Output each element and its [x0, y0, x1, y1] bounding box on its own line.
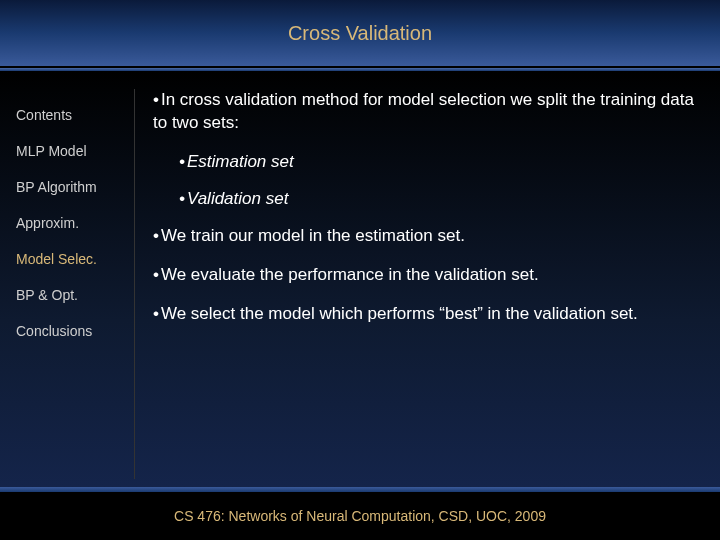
sidebar-item-bp-algorithm[interactable]: BP Algorithm [6, 179, 134, 195]
bullet-3: •We evaluate the performance in the vali… [153, 264, 708, 287]
sidebar-item-conclusions[interactable]: Conclusions [6, 323, 134, 339]
main-content: •In cross validation method for model se… [134, 89, 708, 479]
slide-title: Cross Validation [288, 22, 432, 45]
bullet-4-text: We select the model which performs “best… [161, 304, 638, 323]
bullet-1: •In cross validation method for model se… [153, 89, 708, 135]
content: Contents MLP Model BP Algorithm Approxim… [0, 71, 720, 487]
bullet-2-text: We train our model in the estimation set… [161, 226, 465, 245]
bullet-2: •We train our model in the estimation se… [153, 225, 708, 248]
bullet-dot-icon: • [153, 304, 159, 323]
bullet-dot-icon: • [153, 226, 159, 245]
sidebar-item-contents[interactable]: Contents [6, 107, 134, 123]
sidebar-item-model-selec[interactable]: Model Selec. [6, 251, 134, 267]
slide: Cross Validation Contents MLP Model BP A… [0, 0, 720, 540]
sidebar-item-bp-opt[interactable]: BP & Opt. [6, 287, 134, 303]
bullet-dot-icon: • [153, 90, 159, 109]
header: Cross Validation [0, 0, 720, 68]
bullet-dot-icon: • [153, 265, 159, 284]
sidebar-item-approxim[interactable]: Approxim. [6, 215, 134, 231]
bullet-4: •We select the model which performs “bes… [153, 303, 708, 326]
bullet-1-text: In cross validation method for model sel… [153, 90, 694, 132]
sub-bullet-1-text: Estimation set [187, 152, 294, 171]
sub-bullet-2: •Validation set [179, 188, 708, 211]
sidebar-item-mlp-model[interactable]: MLP Model [6, 143, 134, 159]
bullet-dot-icon: • [179, 152, 185, 171]
bullet-dot-icon: • [179, 189, 185, 208]
sub-bullet-2-text: Validation set [187, 189, 288, 208]
footer-text: CS 476: Networks of Neural Computation, … [174, 508, 546, 524]
bullet-3-text: We evaluate the performance in the valid… [161, 265, 539, 284]
footer: CS 476: Networks of Neural Computation, … [0, 492, 720, 540]
sub-bullet-1: •Estimation set [179, 151, 708, 174]
sidebar: Contents MLP Model BP Algorithm Approxim… [6, 89, 134, 479]
